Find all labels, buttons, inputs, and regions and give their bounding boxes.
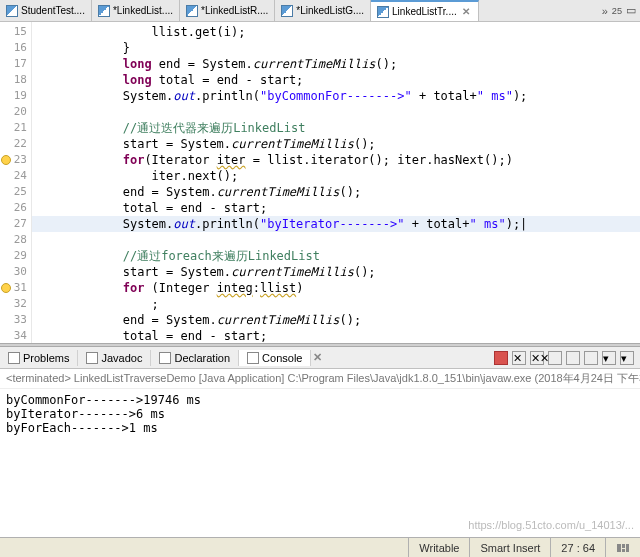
remove-launch-button[interactable]: ✕ — [512, 351, 526, 365]
code-line[interactable] — [32, 104, 640, 120]
code-line[interactable]: for(Iterator iter = llist.iterator(); it… — [32, 152, 640, 168]
editor-tab[interactable]: *LinkedListG.... — [275, 0, 371, 21]
svg-rect-0 — [617, 544, 621, 552]
line-number: 30 — [0, 264, 27, 280]
bottom-tab-console[interactable]: Console — [239, 350, 311, 366]
status-cursor-position: 27 : 64 — [550, 538, 605, 557]
code-line[interactable]: start = System.currentTimeMillis(); — [32, 264, 640, 280]
svg-rect-3 — [626, 544, 629, 552]
line-number: 16 — [0, 40, 27, 56]
console-icon — [247, 352, 259, 364]
line-number: 26 — [0, 200, 27, 216]
code-line[interactable]: System.out.println("byCommonFor------->"… — [32, 88, 640, 104]
line-number: 17 — [0, 56, 27, 72]
status-insert-mode: Smart Insert — [469, 538, 550, 557]
java-file-icon — [98, 5, 110, 17]
line-number-gutter: 1516171819202122232425262728293031323334… — [0, 22, 32, 343]
code-line[interactable]: end = System.currentTimeMillis(); — [32, 184, 640, 200]
code-line[interactable]: long end = System.currentTimeMillis(); — [32, 56, 640, 72]
editor-tab[interactable]: StudentTest.... — [0, 0, 92, 21]
code-line[interactable]: for (Integer integ:llist) — [32, 280, 640, 296]
line-number: 24 — [0, 168, 27, 184]
code-line[interactable]: //通过迭代器来遍历LinkedList — [32, 120, 640, 136]
tab-label: *LinkedList.... — [113, 5, 173, 16]
code-line[interactable]: long total = end - start; — [32, 72, 640, 88]
line-number: 32 — [0, 296, 27, 312]
scroll-lock-button[interactable] — [566, 351, 580, 365]
line-number: 34 — [0, 328, 27, 343]
code-line[interactable]: System.out.println("byIterator------->" … — [32, 216, 640, 232]
code-line[interactable]: iter.next(); — [32, 168, 640, 184]
line-number: 21 — [0, 120, 27, 136]
java-file-icon — [6, 5, 18, 17]
tab-label: *LinkedListR.... — [201, 5, 268, 16]
terminate-button[interactable] — [494, 351, 508, 365]
problems-icon — [8, 352, 20, 364]
status-overview-icon[interactable] — [605, 538, 640, 557]
status-bar: Writable Smart Insert 27 : 64 — [0, 537, 640, 557]
bottom-tab-label: Declaration — [174, 352, 230, 364]
bottom-tab-javadoc[interactable]: Javadoc — [78, 350, 151, 366]
code-editor[interactable]: 1516171819202122232425262728293031323334… — [0, 22, 640, 343]
close-icon[interactable]: ✕ — [460, 6, 472, 17]
tab-label: LinkedListTr.... — [392, 6, 457, 17]
line-number: 22 — [0, 136, 27, 152]
line-number: 18 — [0, 72, 27, 88]
editor-tab[interactable]: LinkedListTr....✕ — [371, 0, 479, 21]
line-number: 19 — [0, 88, 27, 104]
code-line[interactable]: } — [32, 40, 640, 56]
code-area[interactable]: llist.get(i); } long end = System.curren… — [32, 22, 640, 343]
java-file-icon — [377, 6, 389, 18]
clear-console-button[interactable] — [548, 351, 562, 365]
display-selected-button[interactable]: ▾ — [602, 351, 616, 365]
code-line[interactable]: total = end - start; — [32, 200, 640, 216]
java-file-icon — [281, 5, 293, 17]
remove-all-button[interactable]: ✕✕ — [530, 351, 544, 365]
code-line[interactable]: end = System.currentTimeMillis(); — [32, 312, 640, 328]
line-number: 20 — [0, 104, 27, 120]
line-number: 28 — [0, 232, 27, 248]
bottom-tab-bar: ProblemsJavadocDeclarationConsole ✕ ✕ ✕✕… — [0, 347, 640, 369]
javadoc-icon — [86, 352, 98, 364]
bottom-tab-problems[interactable]: Problems — [0, 350, 78, 366]
pin-console-button[interactable] — [584, 351, 598, 365]
code-line[interactable]: llist.get(i); — [32, 24, 640, 40]
code-line[interactable]: ; — [32, 296, 640, 312]
open-console-button[interactable]: ▾ — [620, 351, 634, 365]
bottom-tab-label: Console — [262, 352, 302, 364]
editor-tab-bar: StudentTest....*LinkedList....*LinkedLis… — [0, 0, 640, 22]
console-output[interactable]: byCommonFor------->19746 ms byIterator--… — [0, 389, 640, 537]
editor-tab[interactable]: *LinkedList.... — [92, 0, 180, 21]
editor-tab[interactable]: *LinkedListR.... — [180, 0, 275, 21]
chevron-right-icon[interactable]: » — [602, 5, 608, 17]
console-toolbar: ✕ ✕✕ ▾ ▾ — [494, 351, 640, 365]
bottom-tab-label: Javadoc — [101, 352, 142, 364]
close-icon[interactable]: ✕ — [311, 351, 324, 364]
console-launch-label: <terminated> LinkedListTraverseDemo [Jav… — [0, 369, 640, 389]
bottom-tab-label: Problems — [23, 352, 69, 364]
bottom-tab-declaration[interactable]: Declaration — [151, 350, 239, 366]
warning-marker-icon[interactable] — [1, 155, 11, 165]
tab-label: *LinkedListG.... — [296, 5, 364, 16]
line-number: 33 — [0, 312, 27, 328]
warning-marker-icon[interactable] — [1, 283, 11, 293]
code-line[interactable]: start = System.currentTimeMillis(); — [32, 136, 640, 152]
line-number: 25 — [0, 184, 27, 200]
declaration-icon — [159, 352, 171, 364]
status-writable: Writable — [408, 538, 469, 557]
line-number: 29 — [0, 248, 27, 264]
tab-label: StudentTest.... — [21, 5, 85, 16]
java-file-icon — [186, 5, 198, 17]
tab-overflow: » 25 ▭ — [598, 0, 640, 21]
code-line[interactable] — [32, 232, 640, 248]
svg-rect-1 — [622, 544, 625, 548]
code-line[interactable]: //通过foreach来遍历LinkedList — [32, 248, 640, 264]
svg-rect-2 — [622, 549, 625, 552]
bottom-panel: ProblemsJavadocDeclarationConsole ✕ ✕ ✕✕… — [0, 347, 640, 537]
tab-count: 25 — [612, 6, 622, 16]
line-number: 27 — [0, 216, 27, 232]
line-number: 15 — [0, 24, 27, 40]
code-line[interactable]: total = end - start; — [32, 328, 640, 343]
minimize-icon[interactable]: ▭ — [626, 4, 636, 17]
